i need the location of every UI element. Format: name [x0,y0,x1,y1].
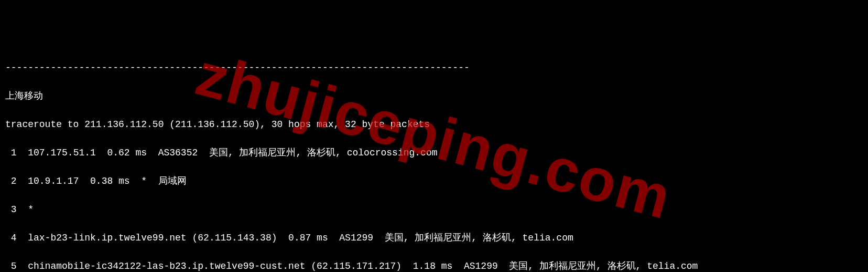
hop-text: * [28,204,34,215]
hop-text: 107.175.51.1 0.62 ms AS36352 美国, 加利福尼亚州,… [28,148,437,158]
title: 上海移动 [5,89,863,103]
hop-num: 1 [5,148,17,158]
hop-text: chinamobile-ic342122-las-b23.ip.twelve99… [28,261,698,271]
hop-row: 5 chinamobile-ic342122-las-b23.ip.twelve… [5,259,863,272]
hop-num: 3 [5,204,17,215]
separator-line: ----------------------------------------… [5,61,863,75]
hop-num: 5 [5,261,17,271]
hop-row: 2 10.9.1.17 0.38 ms * 局域网 [5,174,863,189]
hop-text: 10.9.1.17 0.38 ms * 局域网 [28,176,186,186]
hop-num: 2 [5,176,17,186]
hop-row: 3 * [5,203,863,217]
traceroute-header: traceroute to 211.136.112.50 (211.136.11… [5,118,863,132]
hop-row: 1 107.175.51.1 0.62 ms AS36352 美国, 加利福尼亚… [5,146,863,160]
hop-row: 4 lax-b23-link.ip.twelve99.net (62.115.1… [5,231,863,245]
hop-num: 4 [5,233,17,243]
hop-text: lax-b23-link.ip.twelve99.net (62.115.143… [28,233,573,243]
